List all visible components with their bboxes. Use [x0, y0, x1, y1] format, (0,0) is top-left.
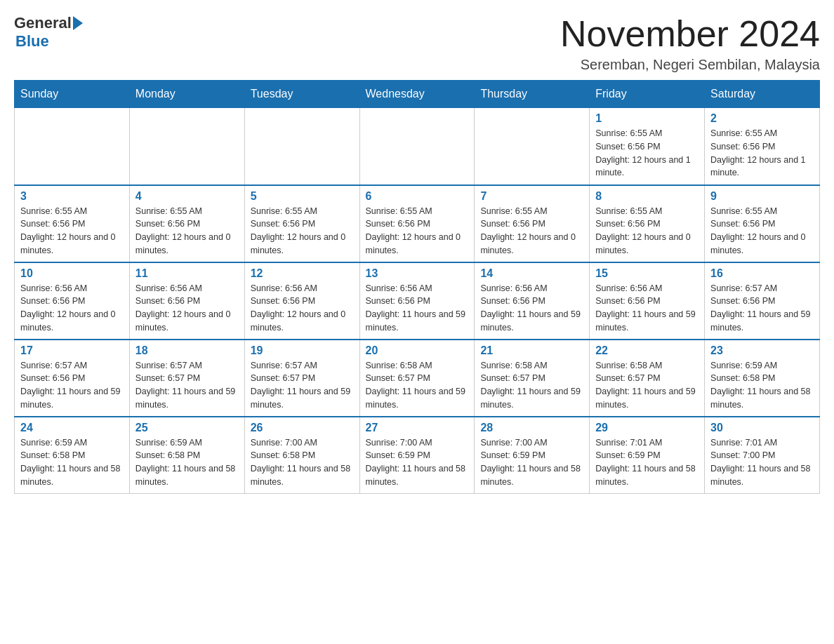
calendar-cell: 23Sunrise: 6:59 AMSunset: 6:58 PMDayligh…: [705, 340, 820, 417]
day-number: 28: [480, 422, 583, 434]
day-number: 26: [251, 422, 354, 434]
calendar-cell: 2Sunrise: 6:55 AMSunset: 6:56 PMDaylight…: [705, 108, 820, 185]
day-number: 18: [135, 344, 239, 357]
day-number: 5: [251, 190, 354, 203]
day-info: Sunrise: 6:55 AMSunset: 6:56 PMDaylight:…: [20, 205, 124, 257]
calendar-cell: 4Sunrise: 6:55 AMSunset: 6:56 PMDaylight…: [129, 185, 244, 262]
day-number: 16: [710, 267, 814, 280]
day-number: 4: [135, 190, 239, 203]
day-number: 10: [20, 267, 124, 280]
day-info: Sunrise: 6:56 AMSunset: 6:56 PMDaylight:…: [20, 282, 124, 335]
day-number: 22: [595, 344, 699, 357]
calendar-cell: 20Sunrise: 6:58 AMSunset: 6:57 PMDayligh…: [359, 340, 475, 417]
week-row-4: 17Sunrise: 6:57 AMSunset: 6:56 PMDayligh…: [15, 340, 820, 417]
calendar-cell: 19Sunrise: 6:57 AMSunset: 6:57 PMDayligh…: [244, 340, 359, 417]
title-section: November 2024 Seremban, Negeri Sembilan,…: [560, 14, 820, 73]
calendar-cell: [244, 108, 359, 185]
calendar-cell: 6Sunrise: 6:55 AMSunset: 6:56 PMDaylight…: [359, 185, 475, 262]
calendar-cell: 9Sunrise: 6:55 AMSunset: 6:56 PMDaylight…: [705, 185, 820, 262]
calendar-cell: 12Sunrise: 6:56 AMSunset: 6:56 PMDayligh…: [244, 262, 359, 340]
logo: General Blue: [14, 14, 83, 51]
day-number: 29: [595, 422, 699, 434]
day-info: Sunrise: 6:56 AMSunset: 6:56 PMDaylight:…: [595, 282, 699, 335]
day-info: Sunrise: 7:01 AMSunset: 7:00 PMDaylight:…: [710, 436, 814, 489]
day-info: Sunrise: 6:57 AMSunset: 6:57 PMDaylight:…: [251, 359, 354, 412]
day-info: Sunrise: 6:55 AMSunset: 6:56 PMDaylight:…: [135, 205, 239, 257]
day-number: 20: [366, 344, 469, 357]
calendar-cell: 10Sunrise: 6:56 AMSunset: 6:56 PMDayligh…: [15, 262, 130, 340]
day-info: Sunrise: 6:56 AMSunset: 6:56 PMDaylight:…: [251, 282, 354, 335]
day-number: 19: [251, 344, 354, 357]
day-info: Sunrise: 6:55 AMSunset: 6:56 PMDaylight:…: [595, 127, 699, 180]
day-info: Sunrise: 6:55 AMSunset: 6:56 PMDaylight:…: [366, 205, 469, 257]
day-number: 25: [135, 422, 239, 434]
logo-blue: Blue: [15, 32, 49, 51]
day-number: 14: [480, 267, 583, 280]
calendar-cell: [359, 108, 475, 185]
day-info: Sunrise: 6:55 AMSunset: 6:56 PMDaylight:…: [480, 205, 583, 257]
day-info: Sunrise: 7:00 AMSunset: 6:59 PMDaylight:…: [480, 436, 583, 489]
page-header: General Blue November 2024 Seremban, Neg…: [14, 14, 820, 73]
day-info: Sunrise: 6:58 AMSunset: 6:57 PMDaylight:…: [366, 359, 469, 412]
month-title: November 2024: [560, 14, 820, 54]
day-info: Sunrise: 6:56 AMSunset: 6:56 PMDaylight:…: [366, 282, 469, 335]
calendar-cell: 7Sunrise: 6:55 AMSunset: 6:56 PMDaylight…: [475, 185, 590, 262]
day-info: Sunrise: 6:55 AMSunset: 6:56 PMDaylight:…: [251, 205, 354, 257]
day-number: 11: [135, 267, 239, 280]
day-number: 12: [251, 267, 354, 280]
calendar-cell: 28Sunrise: 7:00 AMSunset: 6:59 PMDayligh…: [475, 417, 590, 494]
calendar-cell: 14Sunrise: 6:56 AMSunset: 6:56 PMDayligh…: [475, 262, 590, 340]
logo-arrow-icon: [73, 16, 83, 30]
calendar-cell: 24Sunrise: 6:59 AMSunset: 6:58 PMDayligh…: [15, 417, 130, 494]
day-info: Sunrise: 6:55 AMSunset: 6:56 PMDaylight:…: [710, 127, 814, 180]
day-info: Sunrise: 7:00 AMSunset: 6:59 PMDaylight:…: [366, 436, 469, 489]
day-info: Sunrise: 6:58 AMSunset: 6:57 PMDaylight:…: [595, 359, 699, 412]
day-info: Sunrise: 6:58 AMSunset: 6:57 PMDaylight:…: [480, 359, 583, 412]
calendar-cell: 30Sunrise: 7:01 AMSunset: 7:00 PMDayligh…: [705, 417, 820, 494]
calendar-cell: 5Sunrise: 6:55 AMSunset: 6:56 PMDaylight…: [244, 185, 359, 262]
day-info: Sunrise: 7:01 AMSunset: 6:59 PMDaylight:…: [595, 436, 699, 489]
calendar-cell: 18Sunrise: 6:57 AMSunset: 6:57 PMDayligh…: [129, 340, 244, 417]
day-number: 1: [595, 112, 699, 125]
day-number: 7: [480, 190, 583, 203]
col-header-friday: Friday: [590, 81, 705, 108]
day-info: Sunrise: 6:59 AMSunset: 6:58 PMDaylight:…: [710, 359, 814, 412]
day-info: Sunrise: 6:59 AMSunset: 6:58 PMDaylight:…: [20, 436, 124, 489]
week-row-1: 1Sunrise: 6:55 AMSunset: 6:56 PMDaylight…: [15, 108, 820, 185]
calendar-cell: 3Sunrise: 6:55 AMSunset: 6:56 PMDaylight…: [15, 185, 130, 262]
day-number: 23: [710, 344, 814, 357]
day-info: Sunrise: 6:57 AMSunset: 6:56 PMDaylight:…: [20, 359, 124, 412]
calendar-cell: [129, 108, 244, 185]
logo-general: General: [14, 14, 72, 32]
col-header-monday: Monday: [129, 81, 244, 108]
calendar-cell: 1Sunrise: 6:55 AMSunset: 6:56 PMDaylight…: [590, 108, 705, 185]
calendar-cell: 22Sunrise: 6:58 AMSunset: 6:57 PMDayligh…: [590, 340, 705, 417]
day-info: Sunrise: 6:59 AMSunset: 6:58 PMDaylight:…: [135, 436, 239, 489]
location: Seremban, Negeri Sembilan, Malaysia: [560, 57, 820, 73]
day-number: 15: [595, 267, 699, 280]
day-info: Sunrise: 6:57 AMSunset: 6:56 PMDaylight:…: [710, 282, 814, 335]
week-row-2: 3Sunrise: 6:55 AMSunset: 6:56 PMDaylight…: [15, 185, 820, 262]
day-number: 17: [20, 344, 124, 357]
calendar-table: SundayMondayTuesdayWednesdayThursdayFrid…: [14, 80, 820, 494]
day-number: 2: [710, 112, 814, 125]
calendar-cell: 26Sunrise: 7:00 AMSunset: 6:58 PMDayligh…: [244, 417, 359, 494]
day-info: Sunrise: 6:57 AMSunset: 6:57 PMDaylight:…: [135, 359, 239, 412]
calendar-cell: 13Sunrise: 6:56 AMSunset: 6:56 PMDayligh…: [359, 262, 475, 340]
calendar-cell: 29Sunrise: 7:01 AMSunset: 6:59 PMDayligh…: [590, 417, 705, 494]
calendar-cell: 16Sunrise: 6:57 AMSunset: 6:56 PMDayligh…: [705, 262, 820, 340]
col-header-thursday: Thursday: [475, 81, 590, 108]
day-info: Sunrise: 6:56 AMSunset: 6:56 PMDaylight:…: [135, 282, 239, 335]
day-number: 3: [20, 190, 124, 203]
calendar-cell: [475, 108, 590, 185]
col-header-tuesday: Tuesday: [244, 81, 359, 108]
calendar-cell: 8Sunrise: 6:55 AMSunset: 6:56 PMDaylight…: [590, 185, 705, 262]
day-number: 8: [595, 190, 699, 203]
week-row-3: 10Sunrise: 6:56 AMSunset: 6:56 PMDayligh…: [15, 262, 820, 340]
day-info: Sunrise: 7:00 AMSunset: 6:58 PMDaylight:…: [251, 436, 354, 489]
day-number: 21: [480, 344, 583, 357]
calendar-cell: 27Sunrise: 7:00 AMSunset: 6:59 PMDayligh…: [359, 417, 475, 494]
header-row: SundayMondayTuesdayWednesdayThursdayFrid…: [15, 81, 820, 108]
day-number: 13: [366, 267, 469, 280]
day-number: 30: [710, 422, 814, 434]
